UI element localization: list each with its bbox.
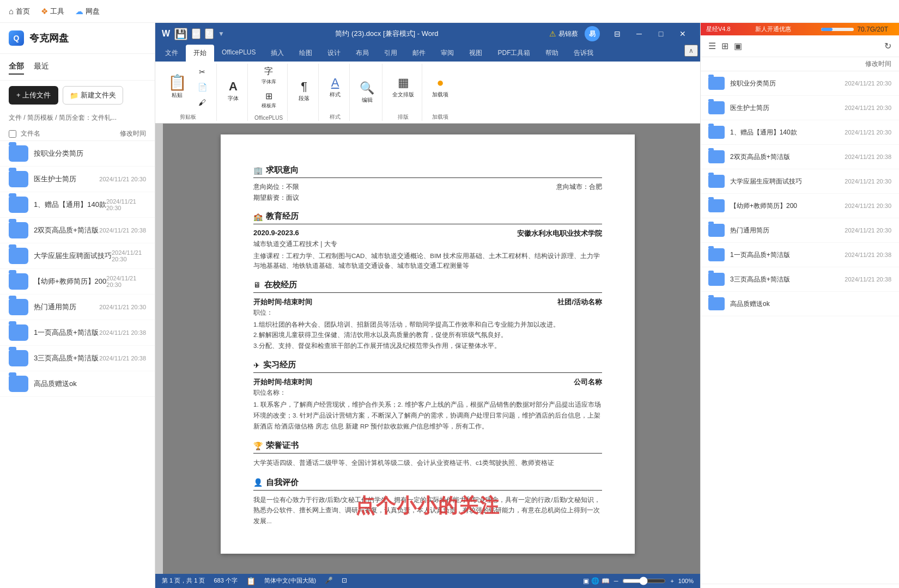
close-button[interactable]: ✕	[672, 25, 694, 42]
rp-list-item[interactable]: 【幼师+教师简历】200 2024/11/21 20:30	[701, 194, 899, 218]
tab-references[interactable]: 引用	[376, 45, 405, 62]
rp-list-item[interactable]: 1一页高品质+简洁版 2024/11/21 20:38	[701, 243, 899, 267]
rp-list-item[interactable]: 3三页高品质+简洁版 2024/11/21 20:38	[701, 267, 899, 292]
nav-cloud[interactable]: ☁ 网盘	[75, 7, 100, 16]
styles-button[interactable]: A 样式	[325, 74, 345, 101]
ribbon-collapse-button[interactable]: ∧	[684, 45, 698, 57]
file-list: 按职业分类简历 医生护士简历 2024/11/21 20:30 1、赠品【通用】…	[0, 141, 155, 588]
intern-pos-label: 职位名称：	[253, 389, 286, 396]
folder-icon	[9, 324, 28, 341]
font-library-button[interactable]: 字 字体库	[258, 64, 280, 88]
view-read-button[interactable]: 📖	[602, 577, 610, 585]
tab-layout[interactable]: 布局	[348, 45, 376, 62]
tab-design[interactable]: 设计	[320, 45, 348, 62]
rp-list-item[interactable]: 1、赠品【通用】140款 2024/11/21 20:30	[701, 120, 899, 145]
layout-button[interactable]: ▦ 全文排版	[389, 74, 417, 101]
rp-file-time: 2024/11/21 20:30	[845, 227, 891, 234]
template-label: 模板库	[262, 102, 276, 109]
rp-list-item[interactable]: 医生护士简历 2024/11/21 20:30	[701, 96, 899, 120]
ribbon-tab-bar: 文件 开始 OfficePLUS 插入 绘图 设计 布局 引用 邮件 审阅 视图…	[155, 45, 700, 62]
minimize-button[interactable]: ─	[628, 25, 650, 42]
copy-icon: 📄	[198, 83, 207, 91]
tab-mail[interactable]: 邮件	[405, 45, 433, 62]
tab-pdf[interactable]: PDF工具箱	[490, 45, 538, 62]
nav-home-label: 首页	[16, 7, 30, 16]
styles-label: 样式	[330, 91, 341, 99]
search-button[interactable]: 🔍 编辑	[356, 79, 378, 106]
tab-insert[interactable]: 插入	[263, 45, 291, 62]
refresh-icon[interactable]: ↻	[884, 41, 891, 51]
tab-home[interactable]: 开始	[186, 45, 214, 62]
list-item[interactable]: 按职业分类简历	[0, 141, 155, 167]
rp-list-item[interactable]: 热门通用简历 2024/11/21 20:30	[701, 218, 899, 243]
nav-home[interactable]: ⌂ 首页	[9, 7, 30, 16]
nav-tools[interactable]: ❖ 工具	[41, 7, 64, 16]
rp-file-time: 2024/11/21 20:30	[845, 178, 891, 185]
preview-icon[interactable]: ▣	[734, 41, 742, 51]
warning-text: 易锦蔡	[558, 29, 578, 39]
tab-tell[interactable]: 告诉我	[566, 45, 601, 62]
tab-file[interactable]: 文件	[157, 45, 186, 62]
maximize-button[interactable]: □	[650, 25, 672, 42]
save-button[interactable]: 💾	[174, 28, 187, 40]
cloud-icon: ☁	[75, 7, 83, 16]
list-item[interactable]: 热门通用简历 2024/11/21 20:30	[0, 295, 155, 320]
ribbon-toggle-button[interactable]: ⊟	[606, 25, 628, 42]
user-avatar[interactable]: 易	[585, 26, 600, 41]
rp-folder-icon	[708, 77, 725, 90]
word-document-area[interactable]: 🏢 求职意向 意向岗位：不限 意向城市：合肥 期望薪资：面议 🏫 教育经历	[155, 124, 700, 574]
rp-file-time: 2024/11/21 20:38	[845, 252, 891, 258]
list-item[interactable]: 3三页高品质+简洁版 2024/11/21 20:38	[0, 346, 155, 371]
font-icon: A	[229, 79, 238, 94]
tab-officeplus[interactable]: OfficePLUS	[214, 45, 263, 62]
list-item[interactable]: 大学应届生应聘面试技巧 2024/11/21 20:30	[0, 243, 155, 269]
tab-draw[interactable]: 绘图	[291, 45, 320, 62]
sidebar-nav: 全部 最近	[0, 54, 155, 81]
list-item[interactable]: 2双页高品质+简洁版 2024/11/21 20:38	[0, 218, 155, 243]
new-folder-button[interactable]: 📁 新建文件夹	[63, 86, 123, 105]
addins-label: 加载项	[432, 91, 448, 99]
list-item[interactable]: 【幼师+教师简历】200 2024/11/21 20:30	[0, 269, 155, 295]
view-web-button[interactable]: 🌐	[591, 577, 599, 585]
zoom-slider[interactable]	[622, 577, 666, 585]
tab-review[interactable]: 审阅	[433, 45, 461, 62]
list-item[interactable]: 高品质赠送ok	[0, 371, 155, 397]
rp-folder-icon	[708, 101, 725, 114]
undo-button[interactable]: ↩	[192, 28, 201, 39]
zoom-minus[interactable]: ─	[614, 578, 618, 584]
upload-button[interactable]: + 上传文件	[9, 86, 58, 105]
template-library-button[interactable]: ⊞ 模板库	[258, 89, 280, 112]
list-item[interactable]: 1一页高品质+简洁版 2024/11/21 20:38	[0, 320, 155, 346]
view-print-button[interactable]: ▣	[583, 577, 589, 585]
tab-help[interactable]: 帮助	[538, 45, 566, 62]
rp-list-item[interactable]: 大学应届生应聘面试技巧 2024/11/21 20:30	[701, 169, 899, 194]
list-item[interactable]: 医生护士简历 2024/11/21 20:30	[0, 167, 155, 192]
intern-icon: ✈	[253, 361, 260, 370]
format-painter-button[interactable]: 🖌	[192, 96, 212, 109]
font-button[interactable]: A 字体	[223, 77, 243, 105]
intern-company: 公司名称	[574, 377, 602, 387]
promo-banner[interactable]: 星经V4.8 新人开通优惠 70.7G/20T	[701, 23, 899, 35]
cut-button[interactable]: ✂	[192, 65, 212, 78]
copy-button[interactable]: 📄	[192, 81, 212, 94]
rp-file-name: 按职业分类简历	[730, 79, 776, 88]
list-view-icon[interactable]: ☰	[708, 41, 716, 51]
rp-list-item[interactable]: 按职业分类简历 2024/11/21 20:30	[701, 71, 899, 96]
rp-list-item[interactable]: 高品质赠送ok	[701, 292, 899, 316]
select-all-checkbox[interactable]	[9, 130, 16, 138]
job-salary: 期望薪资：面议	[253, 193, 299, 203]
storage-info: 70.7G/20T	[816, 26, 894, 33]
paste-button[interactable]: 📋 粘贴	[164, 73, 190, 101]
zoom-plus[interactable]: +	[670, 578, 673, 584]
tab-recent[interactable]: 最近	[34, 59, 49, 75]
tab-view[interactable]: 视图	[461, 45, 490, 62]
rp-list-item[interactable]: 2双页高品质+简洁版 2024/11/21 20:38	[701, 145, 899, 169]
addins-button[interactable]: ● 加载项	[429, 74, 452, 101]
nav-cloud-label: 网盘	[86, 7, 100, 16]
list-item[interactable]: 1、赠品【通用】140款 2024/11/21 20:30	[0, 192, 155, 218]
grid-view-icon[interactable]: ⊞	[721, 41, 728, 51]
redo-button[interactable]: ↻	[205, 28, 214, 39]
paragraph-button[interactable]: ¶ 段落	[294, 77, 314, 105]
tab-all[interactable]: 全部	[9, 59, 24, 75]
file-name: 2双页高品质+简洁版	[34, 225, 99, 235]
